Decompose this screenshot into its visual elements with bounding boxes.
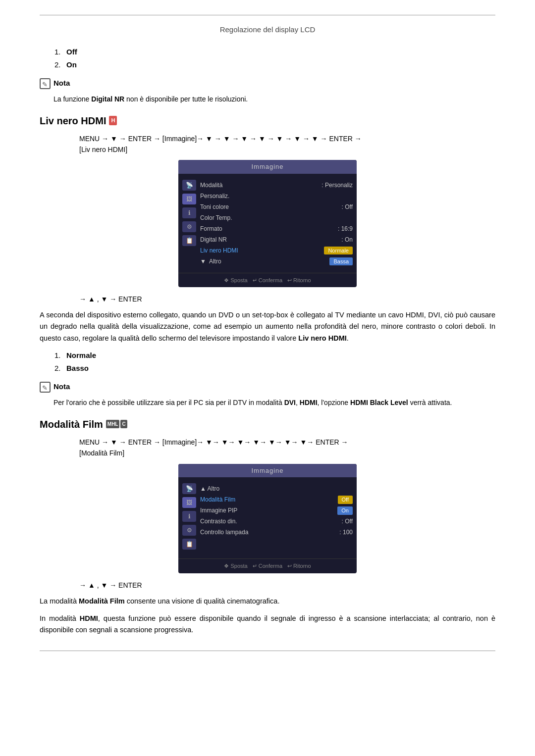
normale-box: Normale — [324, 247, 353, 255]
footer-conferma: ↵ Conferma — [253, 276, 282, 285]
nota2-icon — [40, 382, 51, 393]
bassa-box: Bassa — [329, 257, 353, 266]
footer2-conferma: ↵ Conferma — [253, 562, 282, 570]
option-basso: 2. Basso — [54, 363, 495, 374]
screen2-footer: ❖ Sposta ↵ Conferma ↩ Ritorno — [178, 558, 357, 573]
page-title: Regolazione del display LCD — [40, 24, 495, 36]
off-box: Off — [338, 496, 353, 504]
screen1-icons: 📡 🖼 ℹ ⚙ 📋 — [178, 178, 200, 269]
row-digital-nr: Digital NR : On — [200, 234, 353, 245]
icon-info: ℹ — [182, 207, 196, 218]
screen1-title: Immagine — [178, 160, 357, 174]
page: Regolazione del display LCD 1. Off 2. On… — [0, 0, 535, 671]
screen2: Immagine 📡 🖼 ℹ ⚙ 📋 ▲ Altro Modalità Film — [178, 464, 357, 573]
option-normale: 1. Normale — [54, 350, 495, 361]
icon2-settings: ⚙ — [182, 525, 196, 536]
screen2-spacer — [200, 538, 353, 553]
section2-body-text2: In modalità HDMI, questa funzione può es… — [40, 613, 495, 636]
icon-image: 🖼 — [182, 194, 196, 204]
row-liv-nero-hdmi: Liv nero HDMI Normale — [200, 245, 353, 256]
footer-sposta: ❖ Sposta — [224, 276, 247, 285]
icon2-antenna: 📡 — [182, 483, 196, 494]
option-on: 2. On — [54, 59, 495, 71]
screen2-body: 📡 🖼 ℹ ⚙ 📋 ▲ Altro Modalità Film Off — [178, 477, 357, 558]
icon-settings: ⚙ — [182, 221, 196, 232]
row-formato: Formato : 16:9 — [200, 223, 353, 234]
nota1-label: Nota — [54, 78, 70, 89]
section2-heading: Modalità Film MHL C — [40, 417, 495, 432]
nota2-text: Per l'orario che è possibile utilizzare … — [54, 398, 495, 408]
nota1-text: La funzione Digital NR non è disponibile… — [54, 94, 495, 104]
screen2-container: Immagine 📡 🖼 ℹ ⚙ 📋 ▲ Altro Modalità Film — [40, 464, 495, 573]
option-normale-label: Normale — [66, 350, 96, 361]
screen2-icons: 📡 🖼 ℹ ⚙ 📋 — [178, 481, 200, 554]
section1-badge: H — [109, 116, 117, 125]
on-box: On — [337, 506, 353, 515]
icon-support: 📋 — [182, 235, 196, 246]
option-off: 1. Off — [54, 47, 495, 58]
nota1-box: Nota — [40, 78, 495, 89]
row-toni-colore: Toni colore : Off — [200, 202, 353, 212]
section2-badges: MHL C — [106, 420, 127, 428]
section2-badge1: MHL — [106, 420, 120, 428]
section2-arrow-nav: → ▲ , ▼ → ENTER — [79, 580, 495, 591]
row-color-temp: Color Temp. — [200, 212, 353, 223]
section2-badge2: C — [120, 420, 127, 428]
screen1: Immagine 📡 🖼 ℹ ⚙ 📋 Modalità : Personaliz… — [178, 160, 357, 287]
icon-antenna: 📡 — [182, 180, 196, 191]
option-normale-num: 1. — [54, 350, 66, 361]
row2-immagine-pip: Immagine PIP On — [200, 505, 353, 516]
screen1-container: Immagine 📡 🖼 ℹ ⚙ 📋 Modalità : Personaliz… — [40, 160, 495, 287]
row-personaliz: Personaliz. — [200, 191, 353, 202]
row2-altro: ▲ Altro — [200, 483, 353, 494]
section1-arrow-nav: → ▲ , ▼ → ENTER — [79, 294, 495, 304]
screen2-title: Immagine — [178, 464, 357, 478]
nota2-box: Nota — [40, 381, 495, 393]
footer-ritorno: ↩ Ritorno — [287, 276, 311, 285]
section2-title: Modalità Film — [40, 417, 103, 432]
nota1-icon — [40, 78, 51, 89]
icon2-support: 📋 — [182, 539, 196, 550]
screen1-content: Modalità : Personaliz Personaliz. Toni c… — [200, 178, 357, 269]
icon2-image: 🖼 — [182, 497, 196, 508]
screen2-content: ▲ Altro Modalità Film Off Immagine PIP O… — [200, 481, 357, 554]
row2-contrasto: Contrasto din. : Off — [200, 516, 353, 527]
option-on-label: On — [66, 59, 77, 71]
option-on-num: 2. — [54, 59, 66, 71]
row2-modalita-film: Modalità Film Off — [200, 494, 353, 505]
section1-heading: Liv nero HDMI H — [40, 113, 495, 128]
section1-body-text: A seconda del dispositivo esterno colleg… — [40, 309, 495, 344]
section2-menu-path: MENU → ▼ → ENTER → [Immagine]→ ▼→ ▼→ ▼→ … — [79, 437, 495, 459]
row-altro: ▼ Altro Bassa — [200, 256, 353, 267]
section1-title: Liv nero HDMI — [40, 113, 106, 128]
option-off-num: 1. — [54, 47, 66, 58]
top-rule — [40, 15, 495, 15]
section1-menu-path: MENU → ▼ → ENTER → [Immagine]→ ▼ → ▼ → ▼… — [79, 133, 495, 155]
section2-body-text1: La modalità Modalità Film consente una v… — [40, 596, 495, 607]
bottom-rule — [40, 651, 495, 651]
footer2-sposta: ❖ Sposta — [224, 562, 247, 570]
icon2-info: ℹ — [182, 511, 196, 522]
screen1-footer: ❖ Sposta ↵ Conferma ↩ Ritorno — [178, 273, 357, 288]
screen1-body: 📡 🖼 ℹ ⚙ 📋 Modalità : Personaliz Personal… — [178, 174, 357, 273]
option-basso-label: Basso — [66, 363, 89, 374]
row-modalita: Modalità : Personaliz — [200, 180, 353, 191]
option-basso-num: 2. — [54, 363, 66, 374]
row2-lampada: Controllo lampada : 100 — [200, 527, 353, 538]
option-off-label: Off — [66, 47, 77, 58]
footer2-ritorno: ↩ Ritorno — [287, 562, 311, 570]
nota2-label: Nota — [54, 381, 70, 393]
